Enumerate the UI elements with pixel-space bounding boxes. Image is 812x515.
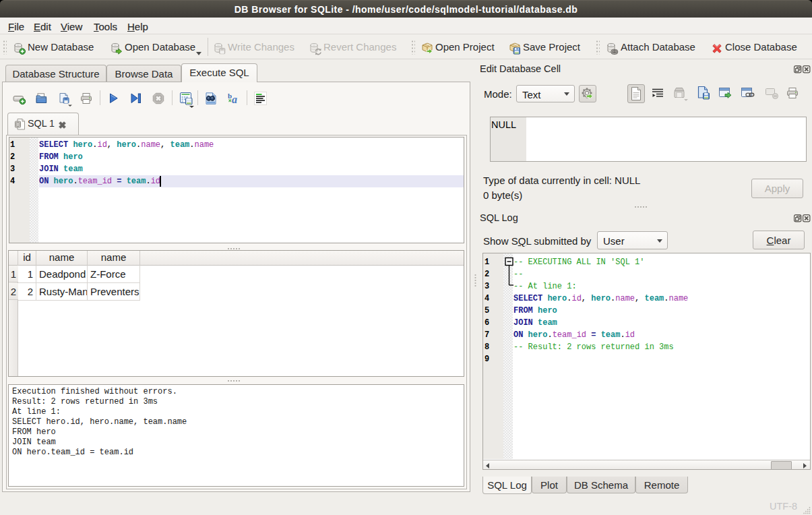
svg-text:a: a xyxy=(232,94,237,105)
